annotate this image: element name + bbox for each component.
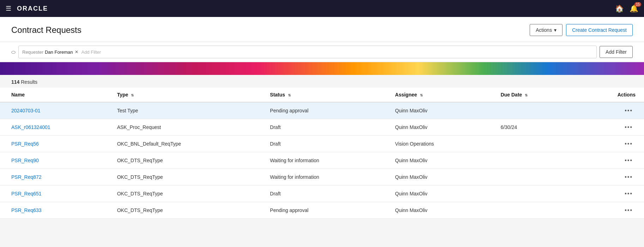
col-header-name[interactable]: Name (0, 88, 106, 102)
row-actions-menu[interactable]: ••• (622, 123, 636, 131)
bell-icon[interactable]: 🔔 15 (630, 4, 638, 13)
cell-name: 20240703-01 (0, 102, 106, 119)
table-row: PSR_Req90 OKC_DTS_ReqType Waiting for in… (0, 152, 644, 169)
cell-type: Test Type (106, 102, 259, 119)
row-actions-menu[interactable]: ••• (622, 206, 636, 214)
cell-name: PSR_Req90 (0, 152, 106, 169)
cell-due-date (489, 152, 572, 169)
page-header: Contract Requests Actions ▾ Create Contr… (0, 17, 644, 42)
cell-assignee: Quinn MaxOliv (384, 186, 489, 202)
cell-assignee: Quinn MaxOliv (384, 102, 489, 119)
col-header-actions: Actions (572, 88, 644, 102)
request-name-link[interactable]: PSR_Req56 (11, 141, 39, 147)
cell-assignee: Quinn MaxOliv (384, 152, 489, 169)
nav-left: ☰ ORACLE (6, 5, 48, 12)
table-header-row: Name Type ⇅ Status ⇅ Assignee ⇅ Due Date… (0, 88, 644, 102)
requester-label: Requester (22, 49, 43, 55)
cell-name: PSR_Req56 (0, 136, 106, 152)
filter-icon: ⬭ (11, 49, 16, 55)
col-header-type[interactable]: Type ⇅ (106, 88, 259, 102)
cell-actions: ••• (572, 119, 644, 136)
top-navigation: ☰ ORACLE 🏠 🔔 15 (0, 0, 644, 17)
cell-type: OKC_DTS_ReqType (106, 169, 259, 186)
cell-actions: ••• (572, 202, 644, 219)
nav-right: 🏠 🔔 15 (615, 4, 638, 13)
table-row: ASK_r061324001 ASK_Proc_Request Draft Qu… (0, 119, 644, 136)
results-count: 114 Results (11, 79, 37, 85)
request-name-link[interactable]: PSR_Req872 (11, 174, 42, 180)
cell-status: Waiting for information (259, 152, 384, 169)
cell-assignee: Quinn MaxOliv (384, 119, 489, 136)
requester-value: Dan Foreman (45, 49, 73, 55)
table-row: PSR_Req651 OKC_DTS_ReqType Draft Quinn M… (0, 186, 644, 202)
contract-requests-table: Name Type ⇅ Status ⇅ Assignee ⇅ Due Date… (0, 88, 644, 219)
cell-actions: ••• (572, 186, 644, 202)
home-icon[interactable]: 🏠 (615, 4, 624, 13)
cell-type: ASK_Proc_Request (106, 119, 259, 136)
cell-status: Draft (259, 186, 384, 202)
row-actions-menu[interactable]: ••• (622, 172, 636, 181)
cell-name: PSR_Req633 (0, 202, 106, 219)
actions-button[interactable]: Actions ▾ (530, 24, 562, 36)
row-actions-menu[interactable]: ••• (622, 156, 636, 165)
cell-due-date (489, 102, 572, 119)
request-name-link[interactable]: 20240703-01 (11, 108, 41, 113)
cell-assignee: Quinn MaxOliv (384, 169, 489, 186)
cell-status: Pending approval (259, 202, 384, 219)
actions-button-label: Actions (536, 27, 552, 33)
header-actions: Actions ▾ Create Contract Request (530, 24, 633, 36)
results-bar: 114 Results (0, 75, 644, 88)
row-actions-menu[interactable]: ••• (622, 106, 636, 115)
request-name-link[interactable]: PSR_Req633 (11, 207, 42, 213)
create-contract-request-button[interactable]: Create Contract Request (566, 24, 633, 36)
table-container: Name Type ⇅ Status ⇅ Assignee ⇅ Due Date… (0, 88, 644, 219)
cell-type: OKC_DTS_ReqType (106, 152, 259, 169)
requester-filter-tag: Requester Dan Foreman ✕ (22, 49, 78, 55)
cell-status: Draft (259, 136, 384, 152)
request-name-link[interactable]: ASK_r061324001 (11, 124, 50, 130)
add-filter-button[interactable]: Add Filter (600, 46, 633, 58)
table-row: 20240703-01 Test Type Pending approval Q… (0, 102, 644, 119)
row-actions-menu[interactable]: ••• (622, 189, 636, 198)
cell-due-date (489, 169, 572, 186)
cell-assignee: Vision Operations (384, 136, 489, 152)
request-name-link[interactable]: PSR_Req651 (11, 191, 42, 196)
cell-actions: ••• (572, 136, 644, 152)
table-row: PSR_Req56 OKC_BNL_Default_ReqType Draft … (0, 136, 644, 152)
row-actions-menu[interactable]: ••• (622, 139, 636, 148)
due-date-sort-icon: ⇅ (525, 93, 528, 97)
chevron-down-icon: ▾ (554, 27, 556, 33)
cell-type: OKC_DTS_ReqType (106, 186, 259, 202)
cell-due-date (489, 186, 572, 202)
cell-status: Waiting for information (259, 169, 384, 186)
cell-actions: ••• (572, 152, 644, 169)
cell-assignee: Quinn MaxOliv (384, 202, 489, 219)
status-sort-icon: ⇅ (288, 93, 291, 97)
create-button-label: Create Contract Request (572, 27, 627, 33)
table-row: PSR_Req872 OKC_DTS_ReqType Waiting for i… (0, 169, 644, 186)
banner-area (0, 62, 644, 75)
col-header-assignee[interactable]: Assignee ⇅ (384, 88, 489, 102)
hamburger-menu[interactable]: ☰ (6, 5, 11, 12)
cell-due-date: 6/30/24 (489, 119, 572, 136)
cell-due-date (489, 136, 572, 152)
remove-filter-icon[interactable]: ✕ (75, 49, 78, 54)
cell-status: Pending approval (259, 102, 384, 119)
filter-input-area[interactable]: Requester Dan Foreman ✕ Add Filter (18, 46, 597, 58)
filter-placeholder: Add Filter (81, 49, 101, 55)
cell-type: OKC_DTS_ReqType (106, 202, 259, 219)
table-row: PSR_Req633 OKC_DTS_ReqType Pending appro… (0, 202, 644, 219)
cell-name: ASK_r061324001 (0, 119, 106, 136)
cell-name: PSR_Req651 (0, 186, 106, 202)
assignee-sort-icon: ⇅ (420, 93, 423, 97)
page-title: Contract Requests (11, 25, 82, 35)
cell-status: Draft (259, 119, 384, 136)
cell-actions: ••• (572, 102, 644, 119)
type-sort-icon: ⇅ (131, 93, 134, 97)
cell-due-date (489, 202, 572, 219)
request-name-link[interactable]: PSR_Req90 (11, 158, 39, 163)
col-header-due-date[interactable]: Due Date ⇅ (489, 88, 572, 102)
col-header-status[interactable]: Status ⇅ (259, 88, 384, 102)
cell-name: PSR_Req872 (0, 169, 106, 186)
oracle-logo: ORACLE (17, 5, 48, 12)
